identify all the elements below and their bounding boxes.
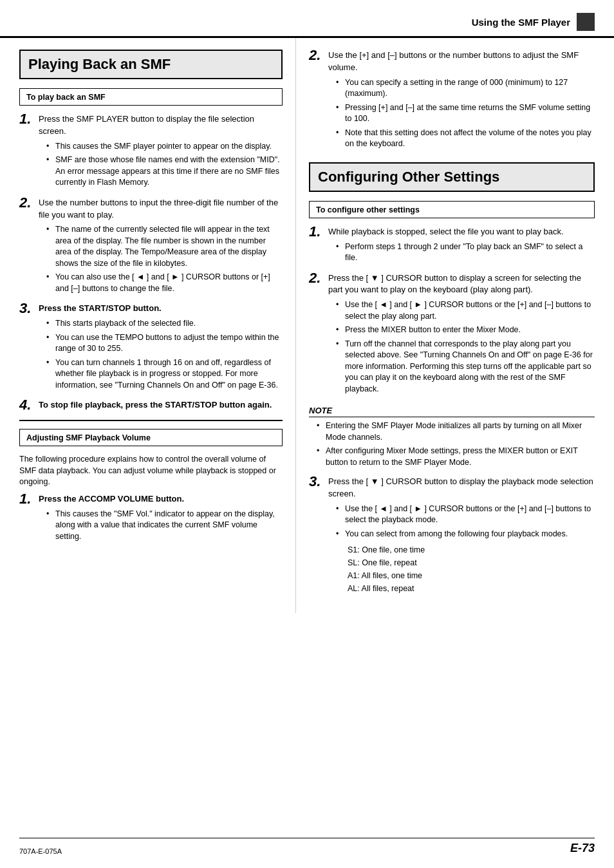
vol-step-1: 1. Press the ACCOMP VOLUME button. This …	[19, 493, 283, 545]
step-2-bullets: The name of the currently selected file …	[46, 224, 283, 294]
note-bullet-2: After configuring Mixer Mode settings, p…	[317, 446, 595, 468]
footer-page: E-73	[570, 842, 595, 855]
section-title-configure: Configuring Other Settings	[309, 162, 595, 192]
step-2-content: Use the number buttons to input the thre…	[39, 197, 283, 298]
step-3-content: Press the START/STOP button. This starts…	[39, 303, 283, 394]
step-2-bullet-2: You can also use the [ ◄ ] and [ ► ] CUR…	[46, 272, 283, 294]
config-step-3-text: Press the [ ▼ ] CURSOR button to display…	[328, 476, 593, 498]
playback-modes-list: S1: One file, one time SL: One file, rep…	[348, 543, 595, 595]
subsection-volume-title: Adjusting SMF Playback Volume	[26, 433, 151, 442]
header-title: Using the SMF Player	[472, 17, 570, 28]
smf-vol-bullet-1: You can specify a setting in the range o…	[336, 77, 595, 100]
page: Using the SMF Player Playing Back an SMF…	[0, 0, 614, 868]
vol-step-number-1: 1.	[19, 492, 39, 506]
config-step-1-bullets: Perform steps 1 through 2 under "To play…	[336, 241, 595, 264]
config-step-1-text: While playback is stopped, select the fi…	[328, 227, 564, 236]
section-icon	[577, 13, 595, 31]
subsection-playback-title: To play back an SMF	[26, 93, 106, 102]
page-footer: 707A-E-075A E-73	[19, 838, 595, 855]
step-1-playback: 1. Press the SMF PLAYER button to displa…	[19, 113, 283, 192]
step-1-bullets: This causes the SMF player pointer to ap…	[46, 141, 283, 189]
step-number-3: 3.	[19, 301, 39, 316]
step-number-1: 1.	[19, 112, 39, 126]
config-step-3-bullet-1: Use the [ ◄ ] and [ ► ] CURSOR buttons o…	[336, 504, 595, 526]
right-column: 2. Use the [+] and [–] buttons or the nu…	[296, 38, 614, 613]
subsection-volume: Adjusting SMF Playback Volume	[19, 429, 283, 446]
config-step-3-content: Press the [ ▼ ] CURSOR button to display…	[328, 476, 595, 595]
step-3-text: Press the START/STOP button.	[39, 303, 162, 313]
step-4-content: To stop file playback, press the START/S…	[39, 399, 283, 411]
step-number-2: 2.	[19, 196, 39, 210]
config-step-2-content: Press the [ ▼ ] CURSOR button to display…	[328, 272, 595, 399]
step-1-text: Press the SMF PLAYER button to display t…	[39, 114, 254, 136]
step-2-playback: 2. Use the number buttons to input the t…	[19, 197, 283, 298]
step-2-bullet-1: The name of the currently selected file …	[46, 224, 283, 269]
vol-step-1-bullet-1: This causes the "SMF Vol." indicator to …	[46, 509, 283, 543]
step-1-content: Press the SMF PLAYER button to display t…	[39, 113, 283, 192]
config-step-2-text: Press the [ ▼ ] CURSOR button to display…	[328, 273, 581, 295]
config-step-number-1: 1.	[309, 225, 328, 239]
config-step-2: 2. Press the [ ▼ ] CURSOR button to disp…	[309, 272, 595, 399]
main-content: Playing Back an SMF To play back an SMF …	[0, 38, 614, 613]
vol-step-1-content: Press the ACCOMP VOLUME button. This cau…	[39, 493, 283, 545]
vol-step-1-text: Press the ACCOMP VOLUME button.	[39, 494, 184, 504]
step-3-bullet-2: You can use the TEMPO buttons to adjust …	[46, 332, 283, 355]
config-step-3-bullet-2: You can select from among the following …	[336, 529, 595, 540]
mode-al: AL: All files, repeat	[348, 582, 595, 595]
smf-vol-step-2-text: Use the [+] and [–] buttons or the numbe…	[328, 50, 579, 72]
page-header: Using the SMF Player	[0, 13, 614, 38]
step-4-playback: 4. To stop file playback, press the STAR…	[19, 399, 283, 412]
smf-vol-bullet-2: Pressing [+] and [–] at the same time re…	[336, 102, 595, 125]
config-step-1-bullet-1: Perform steps 1 through 2 under "To play…	[336, 241, 595, 264]
subsection-playback: To play back an SMF	[19, 88, 283, 106]
mode-s1: S1: One file, one time	[348, 543, 595, 556]
config-step-2-bullet-2: Press the MIXER button to enter the Mixe…	[336, 325, 595, 336]
config-step-2-bullets: Use the [ ◄ ] and [ ► ] CURSOR buttons o…	[336, 299, 595, 395]
step-3-bullet-3: You can turn channels 1 through 16 on an…	[46, 357, 283, 392]
step-1-bullet-2: SMF are those whose file names end with …	[46, 155, 283, 189]
smf-vol-step-2-content: Use the [+] and [–] buttons or the numbe…	[328, 50, 595, 153]
subsection-configure: To configure other settings	[309, 201, 595, 218]
note-section: NOTE Entering the SMF Player Mode initia…	[309, 406, 595, 468]
config-step-3-bullets: Use the [ ◄ ] and [ ► ] CURSOR buttons o…	[336, 504, 595, 540]
smf-vol-step-2: 2. Use the [+] and [–] buttons or the nu…	[309, 50, 595, 153]
config-step-1-content: While playback is stopped, select the fi…	[328, 226, 595, 267]
config-step-number-3: 3.	[309, 475, 328, 489]
note-bullets: Entering the SMF Player Mode initializes…	[317, 420, 595, 468]
step-2-text: Use the number buttons to input the thre…	[39, 198, 278, 220]
step-number-4: 4.	[19, 398, 39, 412]
step-1-bullet-1: This causes the SMF player pointer to ap…	[46, 141, 283, 153]
divider-1	[19, 420, 283, 421]
config-step-2-bullet-3: Turn off the channel that corresponds to…	[336, 339, 595, 395]
footer-code: 707A-E-075A	[19, 847, 62, 855]
mode-a1: A1: All files, one time	[348, 569, 595, 582]
step-3-playback: 3. Press the START/STOP button. This sta…	[19, 303, 283, 394]
left-column: Playing Back an SMF To play back an SMF …	[0, 38, 296, 613]
config-step-number-2: 2.	[309, 271, 328, 285]
note-title: NOTE	[309, 406, 595, 417]
smf-vol-step-2-bullets: You can specify a setting in the range o…	[336, 77, 595, 150]
config-step-3: 3. Press the [ ▼ ] CURSOR button to disp…	[309, 476, 595, 595]
volume-intro: The following procedure explains how to …	[19, 454, 283, 488]
config-step-1: 1. While playback is stopped, select the…	[309, 226, 595, 267]
step-3-bullets: This starts playback of the selected fil…	[46, 318, 283, 391]
mode-sl: SL: One file, repeat	[348, 556, 595, 569]
smf-vol-step-number-2: 2.	[309, 48, 328, 62]
step-3-bullet-1: This starts playback of the selected fil…	[46, 318, 283, 330]
step-4-text: To stop file playback, press the START/S…	[39, 400, 272, 410]
config-step-2-bullet-1: Use the [ ◄ ] and [ ► ] CURSOR buttons o…	[336, 299, 595, 322]
section-title-playback: Playing Back an SMF	[19, 50, 283, 79]
note-bullet-1: Entering the SMF Player Mode initializes…	[317, 420, 595, 443]
subsection-configure-title: To configure other settings	[316, 205, 420, 214]
smf-vol-bullet-3: Note that this setting does not affect t…	[336, 127, 595, 150]
vol-step-1-bullets: This causes the "SMF Vol." indicator to …	[46, 509, 283, 543]
